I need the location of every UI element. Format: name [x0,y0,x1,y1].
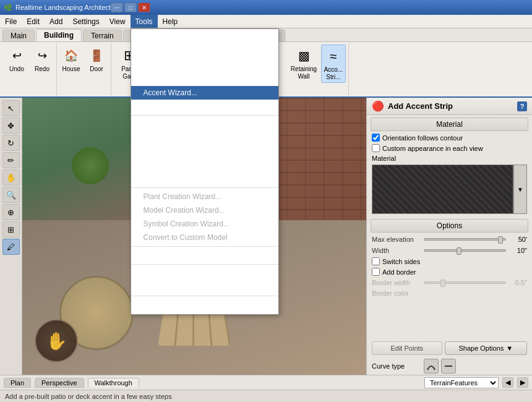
menu-convert-to-custom-model: Convert to Custom Model [131,231,278,244]
maximize-button[interactable]: □ [124,2,137,12]
material-preview-box[interactable] [372,165,513,214]
menu-landscape-wizard[interactable]: Landscape Wizard... [131,32,278,45]
max-elevation-thumb[interactable] [498,236,503,244]
custom-appearance-checkbox[interactable] [372,144,380,152]
menu-help[interactable]: Help [158,15,183,28]
app-icon: 🌿 [4,4,12,12]
max-elevation-label: Max elevation [372,236,421,243]
max-elevation-slider[interactable] [424,238,506,241]
terrain-features-select[interactable]: TerrainFeatures [424,377,499,388]
switch-sides-label: Switch sides [382,258,420,265]
custom-appearance-row: Custom appearance in each view [367,143,532,153]
view-tab-plan[interactable]: Plan [4,378,31,388]
material-dropdown-arrow[interactable]: ▼ [513,165,527,214]
panel-help-button[interactable]: ? [517,101,527,111]
edit-points-button[interactable]: Edit Points [372,341,442,355]
curve-type-button-2[interactable] [441,359,456,374]
material-label: Material [372,155,396,162]
house-icon: 🏠 [61,46,81,66]
tab-building[interactable]: Building [36,29,82,41]
menu-model-creation-wizard: Model Creation Wizard... [131,203,278,217]
border-width-slider [424,281,506,284]
redo-button[interactable]: ↪ Redo [30,45,54,74]
menu-project-material-list[interactable]: Project Material List... [131,298,278,312]
tab-main[interactable]: Main [2,30,35,41]
add-border-label: Add border [382,268,416,276]
orientation-row: Orientation follows contour [367,132,532,143]
curve-type-label: Curve type [372,362,421,370]
view-tab-walkthrough[interactable]: Walkthrough [88,378,139,387]
border-width-value: 0.5" [508,279,527,286]
add-border-checkbox[interactable] [372,268,380,276]
tab-terrain[interactable]: Terrain [83,30,122,41]
curve-type-icon-1 [426,361,436,371]
retaining-wall-label: Retaining Wall [290,66,317,80]
accent-strip-button[interactable]: ≈ Acco...Stri... [321,45,346,83]
left-toolbar: ↖ ✥ ↻ ✏ ✋ 🔍 ⊕ ⊞ 🖊 [0,98,22,375]
grid-tool-button[interactable]: ⊞ [2,221,20,237]
curve-type-icon-2 [444,361,453,371]
active-tool-button[interactable]: 🖊 [2,239,20,255]
menu-pond-wizard[interactable]: Pond Wizard... [131,72,278,86]
menu-edit[interactable]: Edit [22,15,45,28]
panel-header: 🔴 Add Accent Strip ? [367,98,532,115]
menu-model-import-wizard[interactable]: Model Import Wizard... [131,118,278,131]
menu-picture-import-wizard[interactable]: Picture Import Wizard... [131,131,278,145]
menu-accent-wizard[interactable]: Accent Wizard... [131,86,278,100]
ribbon-group-undoredo: ↩ Undo ↪ Redo [2,43,57,95]
width-slider[interactable] [424,249,506,252]
redo-label: Redo [35,66,49,73]
shape-options-arrow-icon: ▼ [506,344,513,352]
house-button[interactable]: 🏠 House [59,45,83,74]
retaining-wall-button[interactable]: ▩ Retaining Wall [288,45,319,82]
material-section-label: Material [371,118,528,131]
orientation-checkbox[interactable] [372,134,380,142]
undo-label: Undo [9,66,24,73]
close-button[interactable]: ✕ [138,2,150,12]
border-width-row: Border width 0.5" [367,277,532,288]
select-tool-button[interactable]: ↖ [2,100,20,116]
draw-tool-button[interactable]: ✏ [2,152,20,168]
menu-mirror-design[interactable]: Mirror Design... [131,249,278,262]
max-elevation-row: Max elevation 50' [367,234,532,245]
menu-tools[interactable]: Tools Landscape Wizard... House Wizard..… [131,15,158,28]
menu-swimming-pool-wizard[interactable]: Swimming Pool Wizard... [131,100,278,113]
view-tab-perspective[interactable]: Perspective [35,378,84,388]
menu-symbol-creation-wizard: Symbol Creation Wizard... [131,217,278,231]
undo-button[interactable]: ↩ Undo [5,45,28,74]
ribbon-group-house: 🏠 House 🚪 Door [57,43,111,95]
menu-file[interactable]: File [0,15,22,28]
terrain-nav-next-button[interactable]: ▶ [517,377,528,388]
switch-sides-row: Switch sides [367,256,532,267]
material-selector[interactable]: ▼ [372,165,527,214]
menu-settings[interactable]: Settings [67,15,104,28]
rotate-tool-button[interactable]: ↻ [2,135,20,151]
menu-house-wizard[interactable]: House Wizard... [131,45,278,59]
minimize-button[interactable]: ─ [111,2,123,12]
options-section-label: Options [371,219,528,233]
menu-google-maps-import-wizard[interactable]: Google Maps Import Wizard... [131,145,278,158]
measure-tool-button[interactable]: ⊕ [2,204,20,220]
menu-cad-drawing-import-wizard[interactable]: CAD Drawing Import Wizard... [131,158,278,172]
terrain-nav-prev-button[interactable]: ◀ [502,377,513,388]
menu-add[interactable]: Add [45,15,67,28]
bottom-bar: Plan Perspective Walkthrough TerrainFeat… [0,375,532,390]
shape-options-label: Shape Options [458,344,504,352]
menu-terrain-elevation-import-wizard[interactable]: Terrain Elevation Import Wizard... [131,172,278,186]
accent-strip-icon: ≈ [324,46,343,66]
menu-deck-wizard[interactable]: Deck Wizard... [131,59,278,72]
curve-type-button-1[interactable] [424,359,439,374]
width-thumb[interactable] [457,247,461,255]
menubar: File Edit Add Settings View Tools Landsc… [0,15,532,28]
move-tool-button[interactable]: ✥ [2,118,20,134]
shape-options-button[interactable]: Shape Options ▼ [445,341,527,355]
menu-plant-label-wizard[interactable]: Plant Label Wizard... [131,267,278,280]
menu-plant-hardiness-zones[interactable]: Plant Hardiness Zones... [131,280,278,294]
zoom-tool-button[interactable]: 🔍 [2,187,20,203]
orientation-label: Orientation follows contour [382,134,463,142]
hand-tool-button[interactable]: ✋ [2,169,20,186]
switch-sides-checkbox[interactable] [372,257,380,265]
door-button[interactable]: 🚪 Door [85,45,108,74]
panel-title: Add Accent Strip [388,101,453,111]
menu-view[interactable]: View [105,15,131,28]
